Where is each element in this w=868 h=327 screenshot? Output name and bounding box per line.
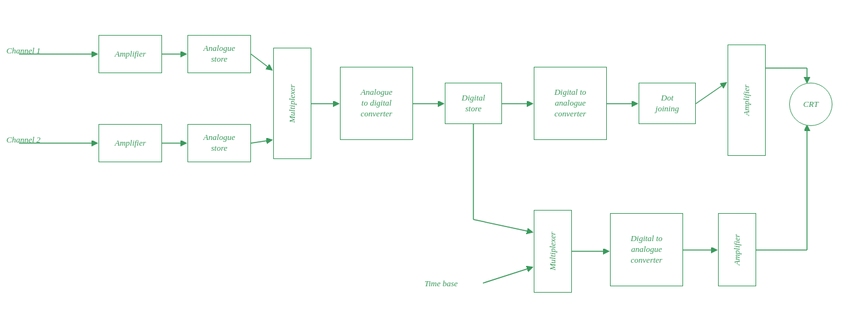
amplifier3-block: Amplifier (728, 45, 766, 156)
dot-joining-block: Dotjoining (639, 83, 696, 124)
timebase-label: Time base (424, 279, 458, 289)
amplifier4-block: Amplifier (718, 213, 756, 286)
svg-line-15 (473, 219, 532, 232)
channel1-label: Channel 1 (6, 46, 41, 56)
amplifier1-block: Amplifier (98, 35, 162, 73)
svg-line-3 (251, 54, 272, 70)
svg-line-11 (696, 83, 726, 104)
dac1-block: Digital toanalogueconverter (534, 67, 607, 140)
analogue-store2-block: Analoguestore (187, 124, 251, 162)
channel2-label: Channel 2 (6, 135, 41, 145)
crt-block: CRT (789, 83, 832, 126)
multiplexer1-block: Multiplexer (273, 48, 311, 159)
analogue-store1-block: Analoguestore (187, 35, 251, 73)
digital-store-block: Digitalstore (445, 83, 502, 124)
svg-line-16 (483, 267, 532, 283)
dac2-block: Digital toanalogueconverter (610, 213, 683, 286)
multiplexer2-block: Multiplexer (534, 210, 572, 293)
amplifier2-block: Amplifier (98, 124, 162, 162)
adc-block: Analogueto digitalconverter (340, 67, 413, 140)
svg-line-6 (251, 140, 272, 143)
diagram-container: Channel 1 Channel 2 Time base Amplifier … (0, 0, 868, 327)
